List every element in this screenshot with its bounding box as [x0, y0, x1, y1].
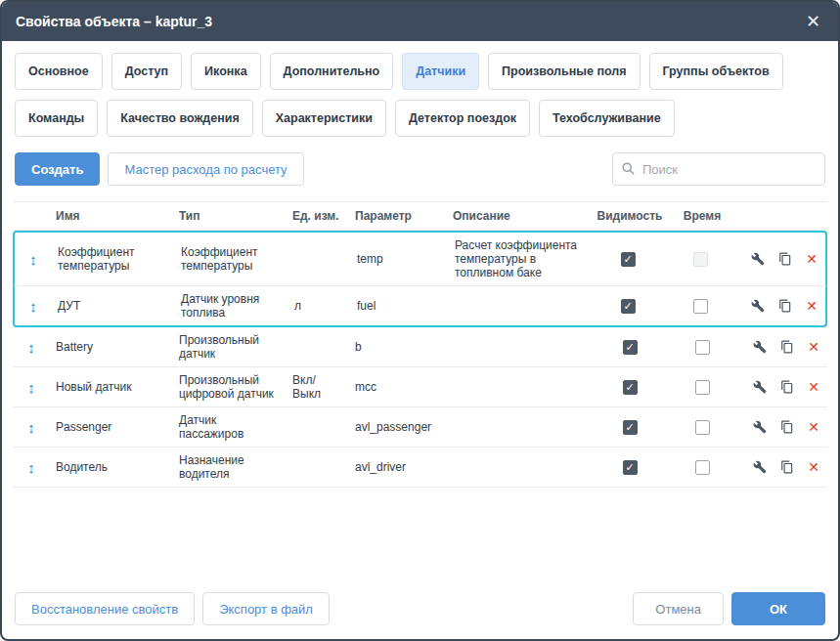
- visibility-checkbox[interactable]: [621, 252, 636, 267]
- table-header: Имя Тип Ед. изм. Параметр Описание Видим…: [13, 201, 827, 231]
- drag-handle-icon[interactable]: ↕: [29, 251, 37, 268]
- row-name: Коэффициент температуры: [52, 239, 175, 278]
- header-type: Тип: [173, 202, 287, 230]
- table-row[interactable]: ↕ Новый датчик Произвольный цифровой дат…: [13, 367, 827, 407]
- tab-10[interactable]: Детектор поездок: [395, 100, 530, 137]
- tab-11[interactable]: Техобслуживание: [539, 100, 675, 137]
- drag-handle-icon[interactable]: ↕: [27, 379, 35, 396]
- edit-wrench-icon[interactable]: [751, 299, 765, 313]
- tab-2[interactable]: Иконка: [191, 53, 260, 90]
- row-param: avl_passenger: [349, 412, 447, 442]
- header-time: Время: [671, 202, 733, 230]
- tab-3[interactable]: Дополнительно: [270, 53, 394, 90]
- header-param: Параметр: [349, 202, 447, 230]
- footer: Восстановление свойств Экспорт в файл От…: [2, 580, 838, 639]
- copy-icon[interactable]: [778, 299, 792, 313]
- delete-icon[interactable]: ✕: [806, 251, 818, 267]
- visibility-checkbox[interactable]: [623, 380, 638, 395]
- table-row[interactable]: ↕ ДУТ Датчик уровня топлива л fuel ✕: [13, 286, 827, 327]
- delete-icon[interactable]: ✕: [808, 459, 819, 475]
- copy-icon[interactable]: [780, 380, 794, 394]
- drag-handle-icon[interactable]: ↕: [27, 339, 35, 356]
- table-row[interactable]: ↕ Battery Произвольный датчик b ✕: [13, 327, 827, 367]
- row-param: fuel: [351, 291, 449, 320]
- row-param: b: [349, 332, 447, 362]
- row-type: Назначение водителя: [173, 448, 287, 487]
- tab-label: Доступ: [125, 64, 168, 78]
- table-row[interactable]: ↕ Водитель Назначение водителя avl_drive…: [13, 448, 827, 488]
- row-description: [449, 291, 587, 320]
- tab-5[interactable]: Произвольные поля: [488, 53, 640, 90]
- row-description: [447, 372, 589, 402]
- create-button[interactable]: Создать: [15, 152, 100, 186]
- search-input[interactable]: [612, 152, 825, 186]
- tab-9[interactable]: Характеристики: [262, 100, 386, 137]
- sensors-table: Имя Тип Ед. изм. Параметр Описание Видим…: [13, 201, 827, 488]
- visibility-checkbox[interactable]: [623, 460, 638, 475]
- tab-label: Произвольные поля: [502, 64, 626, 78]
- header-description: Описание: [447, 202, 589, 230]
- edit-wrench-icon[interactable]: [753, 460, 767, 474]
- export-to-file-button[interactable]: Экспорт в файл: [202, 592, 330, 625]
- object-properties-dialog: Свойства объекта – kaptur_3 ✕ Основное Д…: [0, 0, 840, 641]
- edit-wrench-icon[interactable]: [753, 380, 767, 394]
- cancel-button[interactable]: Отмена: [633, 592, 724, 625]
- time-checkbox[interactable]: [695, 340, 710, 355]
- copy-icon[interactable]: [780, 460, 794, 474]
- search-icon: [621, 161, 636, 180]
- tab-label: Датчики: [416, 64, 465, 78]
- delete-icon[interactable]: ✕: [808, 339, 819, 355]
- copy-icon[interactable]: [780, 420, 794, 434]
- row-unit: [288, 244, 351, 274]
- tab-label: Характеристики: [276, 111, 373, 125]
- row-name: ДУТ: [52, 291, 175, 320]
- tab-label: Команды: [28, 111, 84, 125]
- visibility-checkbox[interactable]: [623, 420, 638, 435]
- edit-wrench-icon[interactable]: [753, 420, 767, 434]
- row-name: Passenger: [50, 412, 173, 442]
- visibility-checkbox[interactable]: [623, 340, 638, 355]
- tab-0[interactable]: Основное: [15, 53, 103, 90]
- time-checkbox[interactable]: [695, 420, 710, 435]
- time-checkbox[interactable]: [695, 380, 710, 395]
- close-icon[interactable]: ✕: [802, 11, 824, 32]
- tab-label: Техобслуживание: [553, 111, 661, 125]
- delete-icon[interactable]: ✕: [806, 298, 818, 314]
- time-checkbox[interactable]: [695, 460, 710, 475]
- table-row[interactable]: ↕ Коэффициент температуры Коэффициент те…: [13, 231, 827, 286]
- row-description: [447, 452, 589, 482]
- row-unit: Вкл/Выкл: [287, 367, 349, 406]
- edit-wrench-icon[interactable]: [751, 252, 765, 266]
- row-name: Водитель: [50, 452, 173, 482]
- row-unit: л: [288, 291, 351, 320]
- drag-handle-icon[interactable]: ↕: [29, 298, 37, 315]
- tab-7[interactable]: Команды: [15, 100, 98, 137]
- tab-1[interactable]: Доступ: [111, 53, 182, 90]
- delete-icon[interactable]: ✕: [808, 379, 819, 395]
- dialog-title: Свойства объекта – kaptur_3: [16, 14, 212, 29]
- tab-label: Детектор поездок: [409, 111, 516, 125]
- ok-button[interactable]: ОК: [731, 592, 825, 625]
- table-row[interactable]: ↕ Passenger Датчик пассажиров avl_passen…: [13, 407, 827, 448]
- restore-properties-button[interactable]: Восстановление свойств: [15, 592, 195, 625]
- tab-4[interactable]: Датчики: [402, 53, 479, 90]
- tab-8[interactable]: Качество вождения: [107, 100, 252, 137]
- row-unit: [287, 452, 349, 482]
- edit-wrench-icon[interactable]: [753, 340, 767, 354]
- copy-icon[interactable]: [778, 252, 792, 266]
- drag-handle-icon[interactable]: ↕: [27, 459, 35, 476]
- visibility-checkbox[interactable]: [621, 299, 636, 314]
- row-name: Battery: [50, 332, 173, 362]
- drag-handle-icon[interactable]: ↕: [27, 419, 35, 436]
- tab-label: Иконка: [204, 64, 246, 78]
- delete-icon[interactable]: ✕: [808, 419, 819, 435]
- header-visibility: Видимость: [589, 202, 671, 230]
- row-type: Датчик пассажиров: [173, 407, 287, 447]
- row-param: mcc: [349, 372, 447, 402]
- copy-icon[interactable]: [780, 340, 794, 354]
- time-checkbox[interactable]: [693, 252, 708, 267]
- consumption-wizard-button[interactable]: Мастер расхода по расчету: [108, 152, 303, 186]
- search-box: [612, 152, 825, 186]
- time-checkbox[interactable]: [693, 299, 708, 314]
- tab-6[interactable]: Группы объектов: [649, 53, 783, 90]
